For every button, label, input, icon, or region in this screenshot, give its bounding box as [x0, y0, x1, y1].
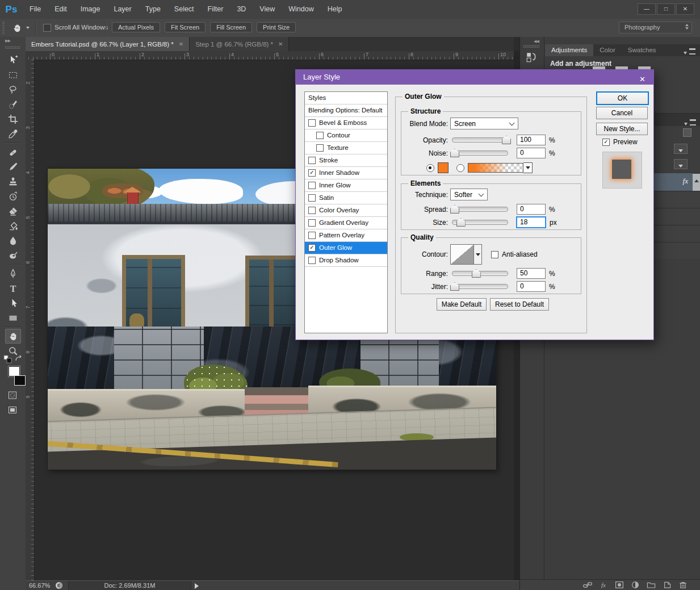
blending-options-row[interactable]: Blending Options: Default: [305, 104, 387, 117]
tool-preset-dropdown-icon[interactable]: [26, 27, 30, 29]
menu-window[interactable]: Window: [282, 5, 320, 13]
menu-3d[interactable]: 3D: [230, 5, 253, 13]
type-tool[interactable]: T: [5, 281, 21, 296]
style-row-satin[interactable]: Satin: [305, 192, 387, 204]
document-profile-icon[interactable]: [55, 581, 63, 590]
minimize-button[interactable]: —: [638, 3, 656, 15]
crop-tool[interactable]: [5, 112, 21, 127]
style-row-color-overlay[interactable]: Color Overlay: [305, 204, 387, 217]
quick-mask-icon[interactable]: [5, 388, 20, 403]
gradient-dropdown-button[interactable]: [523, 162, 533, 173]
dodge-tool[interactable]: [5, 248, 21, 263]
style-row-gradient-overlay[interactable]: Gradient Overlay: [305, 217, 387, 229]
size-input[interactable]: 18: [516, 216, 546, 228]
style-checkbox[interactable]: [316, 144, 324, 152]
spot-healing-brush-tool[interactable]: [5, 145, 21, 160]
dock-collapse-left-icon[interactable]: ◀◀: [534, 39, 539, 44]
noise-slider-thumb[interactable]: [450, 149, 459, 157]
style-checkbox[interactable]: [308, 194, 316, 202]
actual-pixels-button[interactable]: Actual Pixels: [112, 22, 160, 32]
ok-button[interactable]: OK: [596, 91, 649, 105]
dialog-close-icon[interactable]: ✕: [639, 72, 645, 87]
menu-view[interactable]: View: [253, 5, 282, 13]
layer-rows[interactable]: [653, 191, 700, 259]
brush-tool[interactable]: [5, 160, 21, 174]
tab-color[interactable]: Color: [593, 44, 621, 56]
tab-swatches[interactable]: Swatches: [622, 44, 663, 56]
style-checkbox[interactable]: [308, 119, 316, 127]
blend-mode-select[interactable]: Screen: [450, 118, 518, 129]
quick-selection-tool[interactable]: [5, 97, 21, 112]
print-size-button[interactable]: Print Size: [257, 22, 296, 32]
options-bar-grip[interactable]: [2, 22, 5, 34]
style-row-contour[interactable]: Contour: [305, 129, 387, 142]
style-row-drop-shadow[interactable]: Drop Shadow: [305, 254, 387, 267]
menu-type[interactable]: Type: [139, 5, 167, 13]
spread-input[interactable]: 0: [517, 204, 546, 215]
style-checkbox[interactable]: [308, 207, 316, 214]
maximize-button[interactable]: □: [657, 3, 675, 15]
status-flyout-arrow-icon[interactable]: [195, 583, 199, 589]
style-row-outer-glow[interactable]: ✓Outer Glow: [305, 242, 387, 254]
doc-size-field[interactable]: Doc: 2.69M/8.31M: [68, 581, 191, 590]
size-slider-thumb[interactable]: [456, 218, 466, 227]
delete-layer-icon[interactable]: [678, 580, 688, 590]
menu-help[interactable]: Help: [321, 5, 349, 13]
make-default-button[interactable]: Make Default: [437, 298, 487, 311]
style-row-inner-shadow[interactable]: ✓Inner Shadow: [305, 167, 387, 179]
jitter-slider-thumb[interactable]: [450, 282, 459, 291]
eraser-tool[interactable]: [5, 204, 21, 219]
noise-slider[interactable]: [452, 150, 508, 156]
fit-screen-button[interactable]: Fit Screen: [165, 22, 206, 32]
style-checkbox[interactable]: [316, 132, 324, 139]
technique-select[interactable]: Softer: [450, 189, 488, 200]
document-tab[interactable]: Step 1 @ 66.7% (RGB/8) *✕: [190, 37, 289, 51]
opacity-slider[interactable]: [452, 137, 508, 143]
style-checkbox[interactable]: [308, 257, 316, 264]
rectangular-marquee-tool[interactable]: [5, 68, 21, 82]
scroll-all-windows-checkbox[interactable]: [43, 24, 51, 32]
collapsed-panel-icon[interactable]: [526, 52, 537, 65]
tab-close-icon[interactable]: ✕: [179, 41, 183, 47]
glow-gradient-bar[interactable]: [468, 163, 523, 173]
layers-lock-button[interactable]: [683, 128, 691, 137]
style-row-texture[interactable]: Texture: [305, 142, 387, 154]
range-input[interactable]: 50: [517, 268, 546, 279]
close-button[interactable]: ✕: [676, 3, 694, 15]
layers-scrollbar[interactable]: [693, 174, 700, 191]
zoom-level-field[interactable]: 66.67%: [29, 581, 50, 590]
style-row-pattern-overlay[interactable]: Pattern Overlay: [305, 229, 387, 242]
dock-grip[interactable]: [523, 45, 539, 48]
menu-file[interactable]: File: [23, 5, 48, 13]
history-brush-tool[interactable]: [5, 189, 21, 204]
dialog-title-bar[interactable]: Layer Style ✕: [296, 70, 653, 85]
menu-layer[interactable]: Layer: [107, 5, 138, 13]
menu-edit[interactable]: Edit: [48, 5, 74, 13]
workspace-switcher[interactable]: Photography: [619, 22, 692, 34]
menu-select[interactable]: Select: [167, 5, 201, 13]
foreground-background-colors[interactable]: [9, 366, 26, 386]
panel-menu-icon[interactable]: [684, 47, 695, 57]
spread-slider-thumb[interactable]: [450, 205, 459, 214]
horizontal-ruler[interactable]: 012345678910: [26, 51, 514, 60]
jitter-slider[interactable]: [452, 284, 508, 289]
menu-image[interactable]: Image: [74, 5, 107, 13]
move-tool[interactable]: [5, 53, 21, 68]
layer-mask-icon[interactable]: [614, 580, 624, 590]
style-checkbox[interactable]: ✓: [308, 244, 316, 252]
lasso-tool[interactable]: [5, 82, 21, 97]
hand-tool-preset-icon[interactable]: [11, 22, 23, 36]
style-checkbox[interactable]: [308, 219, 316, 227]
style-checkbox[interactable]: ✓: [308, 169, 316, 177]
scroll-up-icon[interactable]: [694, 179, 699, 182]
blur-tool[interactable]: [5, 233, 21, 248]
size-slider[interactable]: [452, 220, 508, 225]
path-selection-tool[interactable]: [5, 296, 21, 311]
glow-gradient-radio[interactable]: [456, 164, 464, 172]
reset-to-default-button[interactable]: Reset to Default: [490, 298, 549, 311]
screen-mode-icon[interactable]: [5, 403, 20, 417]
layers-dropdown-button[interactable]: [674, 159, 688, 169]
background-color-swatch[interactable]: [14, 375, 26, 386]
gradient-tool[interactable]: [5, 219, 21, 233]
pen-tool[interactable]: [5, 266, 21, 281]
